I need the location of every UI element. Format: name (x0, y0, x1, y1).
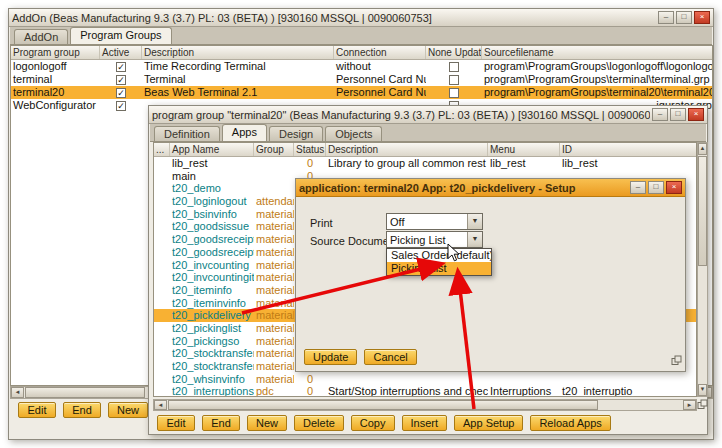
column-header-group[interactable]: Group (254, 143, 294, 156)
program-group-row[interactable]: logonlogoff✓Time Recording Terminalwitho… (11, 60, 712, 73)
apps-hscroll-thumb[interactable] (168, 400, 598, 410)
column-header-connection[interactable]: Connection (334, 46, 426, 59)
scroll-left-icon[interactable]: ◄ (11, 387, 24, 398)
cell-program-group: WebConfigurator (11, 99, 100, 112)
setup-titlebar[interactable]: application: terminal20 App: t20_pickdel… (296, 179, 685, 197)
column-header-[interactable]: ... (154, 143, 170, 156)
cell-group: materialm (254, 208, 294, 221)
cell-app-name: t20_iteminvinfo (170, 297, 254, 310)
apps-button-insert[interactable]: Insert (402, 415, 448, 431)
column-header-id[interactable]: ID (560, 143, 697, 156)
column-header-active[interactable]: Active (100, 46, 142, 59)
cell-group: materialm (254, 335, 294, 348)
main-minimize-button[interactable]: – (658, 11, 674, 24)
main-tab-addon[interactable]: AddOn (14, 29, 68, 44)
active-checkbox[interactable]: ✓ (116, 62, 126, 72)
dropdown-option-picking-list[interactable]: Picking List (387, 262, 491, 275)
scroll-down-icon[interactable]: ▼ (698, 384, 707, 396)
setup-maximize-button[interactable]: □ (648, 181, 664, 194)
cell-group: materialm (254, 347, 294, 360)
app-row[interactable]: t20_whsinvinfomaterialm0 (154, 373, 696, 386)
cell-active: ✓ (100, 75, 142, 85)
cell-sourcefilename: program\ProgramGroups\terminal20\termina… (482, 86, 713, 99)
apps-minimize-button[interactable]: – (652, 108, 668, 121)
main-button-row: EditEndNew (18, 402, 148, 418)
apps-vscroll-thumb[interactable] (698, 156, 707, 266)
main-maximize-button[interactable]: □ (676, 11, 692, 24)
apps-button-delete[interactable]: Delete (294, 415, 344, 431)
dropdown-option-sales-order-default[interactable]: Sales Order (default) (387, 249, 491, 262)
cell-description: Beas Web Terminal 2.1 (142, 86, 334, 99)
cell-none-update (426, 88, 482, 98)
none-update-checkbox[interactable] (449, 62, 459, 72)
main-close-button[interactable]: × (694, 11, 710, 24)
apps-titlebar[interactable]: program group "terminal20" (Beas Manufac… (149, 106, 707, 124)
column-header-description[interactable]: Description (142, 46, 334, 59)
main-tab-program-groups[interactable]: Program Groups (70, 27, 171, 44)
column-header-description[interactable]: Description (326, 143, 488, 156)
app-row[interactable]: t20_interruptionspdc0Start/Stop interrup… (154, 385, 696, 397)
setup-minimize-button[interactable]: – (630, 181, 646, 194)
cell-menu: Interruptions (488, 385, 560, 397)
active-checkbox[interactable]: ✓ (116, 75, 126, 85)
dropdown-arrow-icon[interactable]: ▼ (467, 214, 482, 229)
column-header-app-name[interactable]: App Name (170, 143, 254, 156)
apps-button-new[interactable]: New (247, 415, 287, 431)
apps-tab-definition[interactable]: Definition (154, 126, 220, 141)
apps-vertical-scrollbar[interactable]: ▲ ▼ (697, 142, 708, 397)
column-header-status[interactable]: Status (294, 143, 326, 156)
none-update-checkbox[interactable] (449, 88, 459, 98)
apps-button-end[interactable]: End (202, 415, 240, 431)
column-header-program-group[interactable]: Program group (11, 46, 100, 59)
column-header-none-update[interactable]: None Update (426, 46, 482, 59)
apps-maximize-button[interactable]: □ (670, 108, 686, 121)
program-group-row[interactable]: terminal20✓Beas Web Terminal 2.1Personne… (11, 86, 712, 99)
program-group-row[interactable]: terminal✓TerminalPersonnel Card Numbepro… (11, 73, 712, 86)
apps-horizontal-scrollbar[interactable]: ◄ ► (153, 399, 697, 411)
main-button-new[interactable]: New (108, 402, 148, 418)
active-checkbox[interactable]: ✓ (116, 101, 126, 111)
apps-button-app-setup[interactable]: App Setup (454, 415, 523, 431)
setup-close-button[interactable]: × (666, 181, 682, 194)
cell-group: materialm (254, 233, 294, 246)
apps-button-reload-apps[interactable]: Reload Apps (530, 415, 610, 431)
apps-button-copy[interactable]: Copy (351, 415, 395, 431)
scroll-left-icon[interactable]: ◄ (154, 400, 167, 410)
active-checkbox[interactable]: ✓ (116, 88, 126, 98)
main-button-end[interactable]: End (63, 402, 101, 418)
cell-program-group: logonlogoff (11, 60, 100, 73)
main-tabstrip: AddOnProgram Groups (10, 27, 712, 45)
apps-tab-objects[interactable]: Objects (325, 126, 382, 141)
apps-button-edit[interactable]: Edit (157, 415, 195, 431)
source-document-dropdown[interactable]: Picking List ▼ (386, 231, 483, 248)
cell-group: materialm (254, 309, 294, 322)
main-button-edit[interactable]: Edit (18, 402, 56, 418)
cell-id: t20_interruptio (560, 385, 697, 397)
cell-app-name: t20_invcountingiter (170, 271, 254, 284)
none-update-checkbox[interactable] (449, 75, 459, 85)
main-titlebar[interactable]: AddOn (Beas Manufacturing 9.3 (3.7) PL: … (9, 9, 713, 27)
app-row[interactable]: lib_rest0Library to group all common res… (154, 157, 696, 170)
apps-button-row: EditEndNewDeleteCopyInsertApp SetupReloa… (157, 415, 611, 431)
cell-group: materialm (254, 284, 294, 297)
scroll-right-icon[interactable]: ► (683, 400, 696, 410)
setup-button-cancel[interactable]: Cancel (364, 349, 416, 365)
cell-group: attendanc (254, 195, 294, 208)
cell-group: materialm (254, 246, 294, 259)
column-header-menu[interactable]: Menu (488, 143, 560, 156)
main-hscroll-thumb[interactable] (25, 387, 145, 398)
apps-close-button[interactable]: × (688, 108, 704, 121)
apps-resize-grip-icon[interactable] (697, 399, 708, 412)
column-header-sourcefilename[interactable]: Sourcefilename (482, 46, 713, 59)
print-dropdown[interactable]: Off ▼ (386, 213, 483, 230)
dropdown-arrow-icon[interactable]: ▼ (467, 232, 482, 247)
apps-tab-design[interactable]: Design (269, 126, 323, 141)
cell-none-update (426, 62, 482, 72)
source-document-option-list: Sales Order (default)Picking List (386, 248, 492, 276)
cell-status: 0 (294, 157, 326, 170)
setup-button-update[interactable]: Update (304, 349, 357, 365)
cell-app-name: t20_goodsissue (170, 220, 254, 233)
scroll-up-icon[interactable]: ▲ (698, 143, 707, 155)
apps-tab-apps[interactable]: Apps (222, 124, 267, 141)
setup-resize-grip-icon[interactable] (671, 355, 682, 368)
